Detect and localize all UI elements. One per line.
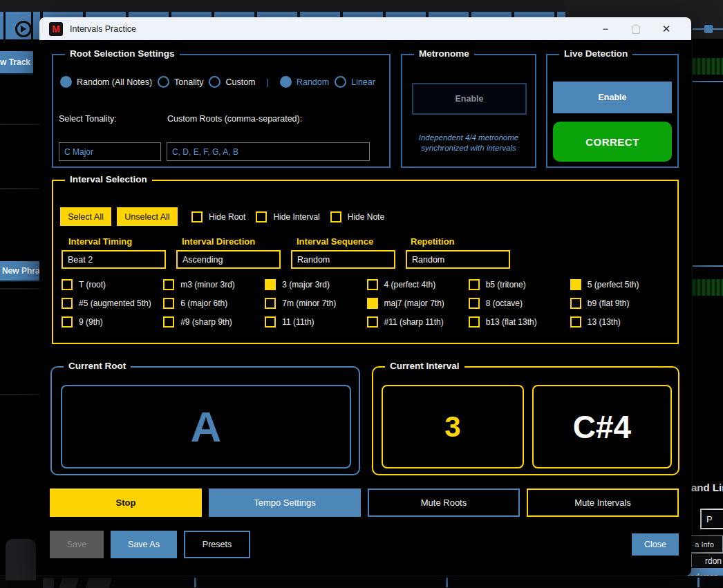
dialog-titlebar[interactable]: M Intervals Practice − ▢ ✕ <box>39 17 691 40</box>
maximize-button[interactable]: ▢ <box>621 17 651 40</box>
interval-option[interactable]: 7m (minor 7th) <box>265 298 366 309</box>
dialog-title: Intervals Practice <box>70 24 590 34</box>
metronome-group: Metronome Enable Independent 4/4 metrono… <box>401 54 536 168</box>
interval-option[interactable]: T (root) <box>62 279 163 290</box>
tempo-settings-button[interactable]: Tempo Settings <box>209 489 361 517</box>
interval-option[interactable]: m3 (minor 3rd) <box>163 279 265 290</box>
save-as-button[interactable]: Save As <box>111 531 177 558</box>
unselect-all-button[interactable]: Unselect All <box>117 207 178 226</box>
stop-button[interactable]: Stop <box>50 489 202 517</box>
interval-option[interactable]: #11 (sharp 11th) <box>367 316 469 328</box>
interval-timing-dropdown[interactable]: Beat 2 <box>62 250 166 269</box>
interval-label: #9 (sharp 9th) <box>180 317 232 327</box>
interval-checkbox[interactable] <box>163 279 174 290</box>
hide-root-checkbox[interactable] <box>191 211 203 222</box>
interval-checkbox[interactable] <box>62 316 73 328</box>
interval-option[interactable]: 3 (major 3rd) <box>265 279 366 290</box>
interval-option[interactable]: 13 (13th) <box>570 316 672 328</box>
interval-option[interactable]: 8 (octave) <box>469 298 570 309</box>
list-item[interactable]: rdon <box>691 553 723 567</box>
interval-checkbox[interactable] <box>570 316 581 328</box>
save-button[interactable]: Save <box>50 531 104 558</box>
interval-checkbox[interactable] <box>62 279 73 290</box>
level-meter <box>693 279 723 296</box>
interval-checkbox[interactable] <box>62 298 73 309</box>
interval-direction-dropdown[interactable]: Ascending <box>176 250 281 269</box>
interval-option[interactable]: #5 (augmented 5th) <box>62 298 163 309</box>
interval-option[interactable]: 11 (11th) <box>265 316 366 328</box>
zoom-slider-handle[interactable] <box>704 25 713 33</box>
interval-checkbox[interactable] <box>265 279 276 290</box>
mute-intervals-label: Mute Intervals <box>574 497 631 508</box>
info-list-item[interactable]: a Info <box>686 535 723 553</box>
hide-interval-checkbox[interactable] <box>256 211 267 222</box>
mute-roots-button[interactable]: Mute Roots <box>368 489 520 517</box>
interval-timing-label: Interval Timing <box>68 236 132 247</box>
new-phrase-button[interactable]: New Phrase <box>0 261 39 282</box>
interval-checkbox[interactable] <box>163 298 174 309</box>
interval-checkbox[interactable] <box>469 298 480 309</box>
close-button[interactable]: Close <box>632 533 679 556</box>
mute-intervals-button[interactable]: Mute Intervals <box>527 489 679 517</box>
tonality-label: Select Tonality: <box>59 114 117 124</box>
interval-checkbox[interactable] <box>367 316 378 328</box>
interval-label: 11 (11th) <box>282 317 314 327</box>
radio-tonality[interactable]: Tonality <box>158 76 203 88</box>
close-window-button[interactable]: ✕ <box>651 17 682 40</box>
new-track-button[interactable]: New Track <box>0 51 33 75</box>
interval-option[interactable]: #9 (sharp 9th) <box>163 316 265 328</box>
interval-checkbox[interactable] <box>570 298 581 309</box>
interval-checkbox[interactable] <box>469 316 480 328</box>
live-detection-enable-button[interactable]: Enable <box>553 82 672 113</box>
current-interval-title: Current Interval <box>385 361 464 371</box>
presets-button[interactable]: Presets <box>184 531 250 558</box>
radio-circle[interactable] <box>209 76 220 88</box>
background-field[interactable]: P <box>700 509 723 529</box>
current-note-value: C#4 <box>573 408 631 446</box>
interval-option[interactable]: 4 (perfect 4th) <box>367 279 469 290</box>
radio-label: Custom <box>225 77 255 87</box>
hide-note-label: Hide Note <box>348 212 384 222</box>
interval-option[interactable]: b5 (tritone) <box>469 279 570 290</box>
radio-order-linear[interactable]: Linear <box>335 76 375 88</box>
tonality-input[interactable] <box>59 142 161 161</box>
interval-checkbox[interactable] <box>367 298 378 309</box>
ruler-tick <box>697 578 699 587</box>
loop-icon[interactable] <box>15 19 35 39</box>
minimize-button[interactable]: − <box>590 17 621 40</box>
radio-order-random[interactable]: Random <box>280 76 329 88</box>
select-all-button[interactable]: Select All <box>60 207 111 226</box>
interval-checkbox[interactable] <box>265 316 276 328</box>
radio-random-all-notes[interactable]: Random (All Notes) <box>60 76 152 88</box>
interval-option[interactable]: 5 (perfect 5th) <box>570 279 672 290</box>
current-root-display: A <box>61 385 351 468</box>
metronome-enable-button[interactable]: Enable <box>412 83 527 115</box>
interval-checkbox[interactable] <box>469 279 480 290</box>
radio-circle[interactable] <box>158 76 169 88</box>
interval-checkbox[interactable] <box>570 279 581 290</box>
radio-circle[interactable] <box>280 76 292 88</box>
interval-sequence-label: Interval Sequence <box>297 236 373 247</box>
radio-circle[interactable] <box>335 76 346 88</box>
metronome-description-line2: synchronized with intervals <box>402 143 535 153</box>
interval-option[interactable]: 6 (major 6th) <box>163 298 265 309</box>
interval-option[interactable]: b13 (flat 13th) <box>469 316 570 328</box>
interval-label: T (root) <box>79 280 106 290</box>
background-heading: and Lin <box>691 482 723 493</box>
interval-checkbox[interactable] <box>367 279 378 290</box>
metronome-enable-label: Enable <box>456 94 484 104</box>
interval-sequence-dropdown[interactable]: Random <box>291 250 395 269</box>
repetition-dropdown[interactable]: Random <box>406 250 510 269</box>
hide-note-checkbox[interactable] <box>330 211 341 222</box>
interval-option[interactable]: maj7 (major 7th) <box>367 298 469 309</box>
metronome-description-line1: Independent 4/4 metronome <box>402 133 535 143</box>
ruler-tick <box>446 578 448 587</box>
radio-circle[interactable] <box>60 76 72 88</box>
interval-label: maj7 (major 7th) <box>384 298 444 308</box>
interval-checkbox[interactable] <box>265 298 276 309</box>
interval-checkbox[interactable] <box>163 316 174 328</box>
interval-option[interactable]: b9 (flat 9th) <box>570 298 672 309</box>
radio-custom[interactable]: Custom <box>209 76 255 88</box>
interval-option[interactable]: 9 (9th) <box>62 316 163 328</box>
custom-roots-input[interactable] <box>167 142 370 161</box>
